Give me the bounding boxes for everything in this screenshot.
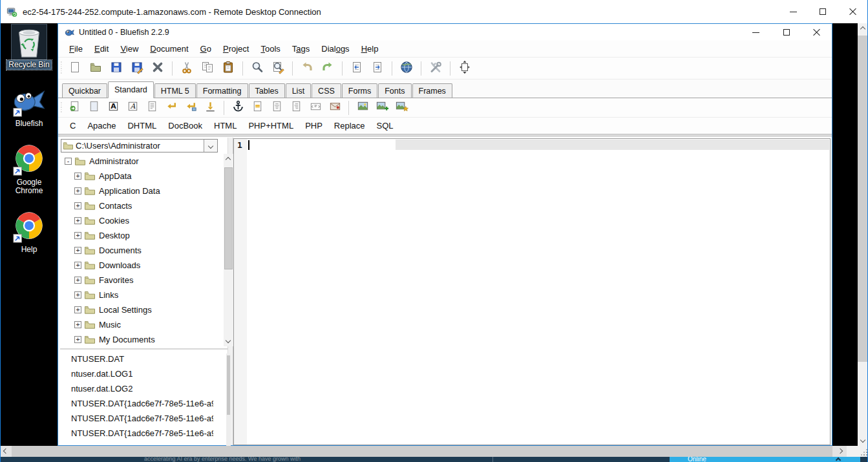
- tree-item-appdata[interactable]: + AppData: [61, 169, 218, 184]
- italic-tag-button[interactable]: A: [123, 100, 142, 116]
- tree-item-links[interactable]: + Links: [61, 288, 218, 302]
- tab-fonts[interactable]: Fonts: [378, 83, 411, 98]
- view-in-browser-button[interactable]: [397, 59, 416, 78]
- file-item[interactable]: NTUSER.DAT{1adc6e7f-78e5-11e6-a937-ef: [61, 411, 213, 426]
- tree-expander-icon[interactable]: +: [74, 232, 81, 239]
- thumbnail-button[interactable]: [373, 100, 391, 116]
- tree-expander-icon[interactable]: +: [74, 291, 81, 299]
- unindent-button[interactable]: [347, 59, 366, 78]
- tree-expander-icon[interactable]: +: [74, 336, 81, 343]
- menu-view[interactable]: View: [114, 41, 144, 56]
- langmenu-apache[interactable]: Apache: [81, 119, 122, 132]
- tree-expander-icon[interactable]: +: [74, 173, 81, 180]
- scroll-left-icon[interactable]: [3, 448, 8, 454]
- tree-item-local-settings[interactable]: + Local Settings: [61, 302, 218, 317]
- combobox-dropdown-button[interactable]: [204, 140, 217, 152]
- menu-file[interactable]: File: [63, 41, 89, 56]
- langmenu-php-html[interactable]: PHP+HTML: [242, 119, 299, 132]
- open-file-button[interactable]: [86, 59, 105, 78]
- desktop-icon-help[interactable]: Help: [4, 209, 54, 255]
- horizontal-scrollbar-thumb[interactable]: [12, 446, 832, 457]
- fullscreen-button[interactable]: [455, 59, 474, 78]
- menu-go[interactable]: Go: [195, 41, 217, 56]
- indent-button[interactable]: [368, 59, 387, 78]
- menu-dialogs[interactable]: Dialogs: [315, 41, 355, 56]
- rdp-maximize-button[interactable]: [808, 0, 838, 23]
- langmenu-docbook[interactable]: DocBook: [162, 119, 208, 132]
- menu-project[interactable]: Project: [217, 41, 255, 56]
- right-justify-button[interactable]: [287, 100, 305, 116]
- langmenu-c[interactable]: C: [64, 119, 81, 132]
- editor-area[interactable]: 1: [233, 138, 831, 445]
- langmenu-dhtml[interactable]: DHTML: [122, 119, 162, 132]
- bluefish-titlebar[interactable]: Untitled 0 - Bluefish 2.2.9: [58, 24, 832, 41]
- tree-expander-icon[interactable]: +: [74, 262, 81, 269]
- tree-item-desktop[interactable]: + Desktop: [61, 228, 218, 243]
- tree-expander-icon[interactable]: +: [74, 217, 81, 224]
- find-button[interactable]: [248, 59, 267, 78]
- desktop-icon-bluefish[interactable]: Bluefish: [4, 83, 54, 129]
- menu-edit[interactable]: Edit: [89, 41, 114, 56]
- tree-expander-icon[interactable]: +: [74, 187, 81, 194]
- multi-thumbnail-button[interactable]: [392, 100, 410, 116]
- paragraph-tag-button[interactable]: [143, 100, 161, 116]
- rdp-minimize-button[interactable]: [778, 0, 808, 23]
- tree-item-administrator[interactable]: - Administrator: [61, 154, 218, 169]
- horizontal-rule-button[interactable]: [248, 100, 266, 116]
- menu-help[interactable]: Help: [355, 41, 385, 56]
- langmenu-html[interactable]: HTML: [208, 119, 242, 132]
- langmenu-sql[interactable]: SQL: [371, 119, 399, 132]
- file-item[interactable]: NTUSER.DAT{1adc6e7f-78e5-11e6-a937-ef: [61, 426, 213, 441]
- desktop-icon-google-chrome[interactable]: Google Chrome: [4, 142, 54, 196]
- break-tag-button[interactable]: [162, 100, 180, 116]
- tab-frames[interactable]: Frames: [412, 83, 452, 98]
- scroll-down-icon[interactable]: [860, 437, 865, 443]
- find-replace-button[interactable]: [268, 59, 288, 78]
- tree-expander-icon[interactable]: +: [74, 277, 81, 284]
- tree-expander-icon[interactable]: -: [65, 158, 72, 165]
- email-button[interactable]: [326, 100, 344, 116]
- tab-css[interactable]: CSS: [312, 83, 341, 98]
- save-button[interactable]: [107, 59, 126, 78]
- tree-item-cookies[interactable]: + Cookies: [61, 213, 218, 228]
- langmenu-php[interactable]: PHP: [299, 119, 328, 132]
- scroll-up-icon[interactable]: [860, 26, 865, 32]
- tree-scrollbar[interactable]: [224, 154, 233, 346]
- session-vertical-scrollbar[interactable]: [858, 23, 868, 446]
- vertical-scrollbar-thumb[interactable]: [858, 36, 868, 362]
- online-chat-widget[interactable]: Online: [670, 457, 860, 462]
- tree-expander-icon[interactable]: +: [74, 247, 81, 254]
- tab-standard[interactable]: Standard: [108, 81, 154, 98]
- file-list-scrollbar[interactable]: [226, 353, 231, 446]
- bluefish-minimize-button[interactable]: [741, 24, 771, 41]
- file-list-scrollbar-thumb[interactable]: [227, 355, 230, 415]
- tree-item-my-documents[interactable]: + My Documents: [61, 332, 218, 346]
- scroll-up-icon[interactable]: [226, 157, 231, 162]
- tree-scrollbar-thumb[interactable]: [224, 167, 233, 269]
- tree-item-downloads[interactable]: + Downloads: [61, 258, 218, 273]
- rdp-close-button[interactable]: [838, 0, 867, 23]
- directory-combobox[interactable]: C:\Users\Administrator: [61, 139, 218, 152]
- comment-button[interactable]: [306, 100, 324, 116]
- tree-item-music[interactable]: + Music: [61, 317, 218, 332]
- break-clear-button[interactable]: [182, 100, 200, 116]
- tree-item-favorites[interactable]: + Favorites: [61, 273, 218, 288]
- file-item[interactable]: ntuser.dat.LOG1: [61, 366, 213, 381]
- new-document-button[interactable]: [65, 59, 85, 78]
- preferences-button[interactable]: [426, 59, 445, 78]
- body-tag-button[interactable]: [85, 100, 103, 116]
- copy-button[interactable]: [198, 59, 217, 78]
- scroll-right-icon[interactable]: [838, 448, 843, 454]
- quickstart-button[interactable]: [65, 100, 83, 116]
- file-item[interactable]: NTUSER.DAT{1adc6e7f-78e5-11e6-a937-ef: [61, 396, 213, 411]
- cut-button[interactable]: [177, 59, 196, 78]
- insert-image-button[interactable]: [354, 100, 372, 116]
- tab-html5[interactable]: HTML 5: [154, 83, 196, 98]
- desktop-icon-recycle-bin[interactable]: Recycle Bin: [4, 25, 54, 70]
- file-item[interactable]: ntuser.ini: [61, 441, 213, 445]
- tab-formatting[interactable]: Formatting: [196, 83, 248, 98]
- bold-tag-button[interactable]: A: [104, 100, 122, 116]
- resize-grip[interactable]: [847, 446, 868, 457]
- scroll-down-icon[interactable]: [226, 338, 231, 343]
- redo-button[interactable]: [318, 59, 337, 78]
